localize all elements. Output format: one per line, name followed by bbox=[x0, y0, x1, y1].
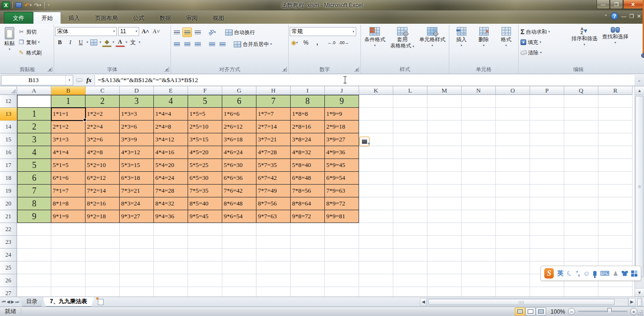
cell-M24[interactable] bbox=[427, 249, 462, 261]
cell-D14[interactable]: 2*3=6 bbox=[120, 121, 154, 133]
row-header-25[interactable]: 25 bbox=[0, 261, 17, 274]
cell-F16[interactable]: 4*5=20 bbox=[188, 146, 222, 159]
cell-A18[interactable]: 6 bbox=[17, 172, 51, 185]
cell-N22[interactable] bbox=[462, 223, 496, 236]
cell-C15[interactable]: 3*2=6 bbox=[85, 133, 120, 146]
row-header-21[interactable]: 21 bbox=[0, 210, 17, 223]
cell-O13[interactable] bbox=[496, 108, 530, 121]
first-sheet-button[interactable]: ⏮ bbox=[2, 299, 6, 305]
sogou-logo-icon[interactable]: S bbox=[544, 268, 554, 279]
name-box[interactable]: B13 ▾ bbox=[1, 75, 73, 85]
cell-B23[interactable] bbox=[51, 236, 85, 249]
cell-C12[interactable]: 2 bbox=[85, 95, 120, 108]
cell-P15[interactable] bbox=[530, 133, 564, 146]
cell-E25[interactable] bbox=[154, 261, 188, 274]
cell-D19[interactable]: 7*3=21 bbox=[120, 185, 154, 197]
cell-G26[interactable] bbox=[222, 274, 256, 287]
workbook-minimize-icon[interactable]: — bbox=[621, 13, 626, 19]
cell-M27[interactable] bbox=[427, 287, 462, 297]
cell-E13[interactable]: 1*4=4 bbox=[154, 108, 188, 121]
conditional-formatting-button[interactable]: 条件格式 ▾ bbox=[362, 26, 388, 65]
cell-R23[interactable] bbox=[598, 236, 633, 249]
cell-F15[interactable]: 3*5=15 bbox=[188, 133, 222, 146]
zoom-slider-thumb[interactable] bbox=[607, 308, 612, 314]
cell-K17[interactable] bbox=[359, 159, 393, 172]
cell-Q27[interactable] bbox=[564, 287, 598, 297]
cell-D15[interactable]: 3*3=9 bbox=[120, 133, 154, 146]
number-format-combo[interactable]: 常规▾ bbox=[290, 27, 356, 36]
cell-E20[interactable]: 8*4=32 bbox=[154, 197, 188, 210]
cell-P14[interactable] bbox=[530, 121, 564, 133]
cell-styles-button[interactable]: 单元格样式 ▾ bbox=[417, 26, 448, 65]
col-header-I[interactable]: I bbox=[291, 86, 325, 95]
format-cells-button[interactable]: 格式 ▾ bbox=[499, 26, 514, 65]
cell-Q16[interactable] bbox=[564, 146, 598, 159]
row-header-12[interactable]: 12 bbox=[0, 95, 17, 108]
cell-K27[interactable] bbox=[359, 287, 393, 297]
cell-R20[interactable] bbox=[598, 197, 633, 210]
insert-cells-button[interactable]: 插入 ▾ bbox=[454, 26, 469, 65]
cell-L24[interactable] bbox=[393, 249, 427, 261]
cell-Q13[interactable] bbox=[564, 108, 598, 121]
cell-L23[interactable] bbox=[393, 236, 427, 249]
cell-R16[interactable] bbox=[598, 146, 633, 159]
cell-R13[interactable] bbox=[598, 108, 633, 121]
cell-O15[interactable] bbox=[496, 133, 530, 146]
cell-L13[interactable] bbox=[393, 108, 427, 121]
cell-J25[interactable] bbox=[325, 261, 359, 274]
cell-A12[interactable] bbox=[17, 95, 51, 108]
cell-A23[interactable] bbox=[17, 236, 51, 249]
cell-K22[interactable] bbox=[359, 223, 393, 236]
cell-L21[interactable] bbox=[393, 210, 427, 223]
cell-N20[interactable] bbox=[462, 197, 496, 210]
cell-N17[interactable] bbox=[462, 159, 496, 172]
cell-F17[interactable]: 5*5=25 bbox=[188, 159, 222, 172]
clear-button[interactable]: 清除▾ bbox=[520, 47, 569, 58]
cell-G24[interactable] bbox=[222, 249, 256, 261]
cell-K24[interactable] bbox=[359, 249, 393, 261]
cell-B12[interactable]: 1 bbox=[51, 95, 85, 108]
cell-A26[interactable] bbox=[17, 274, 51, 287]
expand-formula-bar-icon[interactable]: ⌄ bbox=[635, 75, 644, 85]
zoom-in-button[interactable]: + bbox=[630, 308, 637, 315]
row-header-18[interactable]: 18 bbox=[0, 172, 17, 185]
col-header-P[interactable]: P bbox=[530, 86, 564, 95]
cell-N18[interactable] bbox=[462, 172, 496, 185]
save-button[interactable] bbox=[15, 1, 22, 9]
sort-filter-button[interactable]: AZ▼ 排序和筛选 ▾ bbox=[569, 26, 600, 65]
cell-P20[interactable] bbox=[530, 197, 564, 210]
cell-K20[interactable] bbox=[359, 197, 393, 210]
cell-M26[interactable] bbox=[427, 274, 462, 287]
cell-P23[interactable] bbox=[530, 236, 564, 249]
vertical-scroll-thumb[interactable] bbox=[635, 96, 644, 277]
cell-P27[interactable] bbox=[530, 287, 564, 297]
cell-D22[interactable] bbox=[120, 223, 154, 236]
cell-M12[interactable] bbox=[427, 95, 462, 108]
cell-F18[interactable]: 6*5=30 bbox=[188, 172, 222, 185]
cell-L14[interactable] bbox=[393, 121, 427, 133]
cell-A16[interactable]: 4 bbox=[17, 146, 51, 159]
cell-C24[interactable] bbox=[85, 249, 120, 261]
ribbon-tab-4[interactable]: 公式 bbox=[125, 12, 152, 24]
cell-E12[interactable]: 4 bbox=[154, 95, 188, 108]
cell-C26[interactable] bbox=[85, 274, 120, 287]
cell-K23[interactable] bbox=[359, 236, 393, 249]
cell-L27[interactable] bbox=[393, 287, 427, 297]
minimize-button[interactable]: — bbox=[597, 0, 610, 9]
cell-B19[interactable]: 7*1=7 bbox=[51, 185, 85, 197]
col-header-F[interactable]: F bbox=[188, 86, 222, 95]
cell-N26[interactable] bbox=[462, 274, 496, 287]
excel-app-icon[interactable]: X bbox=[2, 1, 10, 9]
cell-F24[interactable] bbox=[188, 249, 222, 261]
cell-G16[interactable]: 4*6=24 bbox=[222, 146, 256, 159]
cell-M15[interactable] bbox=[427, 133, 462, 146]
cell-K18[interactable] bbox=[359, 172, 393, 185]
cell-O17[interactable] bbox=[496, 159, 530, 172]
cell-N23[interactable] bbox=[462, 236, 496, 249]
cell-O23[interactable] bbox=[496, 236, 530, 249]
cell-F22[interactable] bbox=[188, 223, 222, 236]
cell-C18[interactable]: 6*2=12 bbox=[85, 172, 120, 185]
cell-P17[interactable] bbox=[530, 159, 564, 172]
col-header-J[interactable]: J bbox=[325, 86, 359, 95]
vertical-scrollbar[interactable]: ▲ ▼ bbox=[635, 86, 644, 297]
